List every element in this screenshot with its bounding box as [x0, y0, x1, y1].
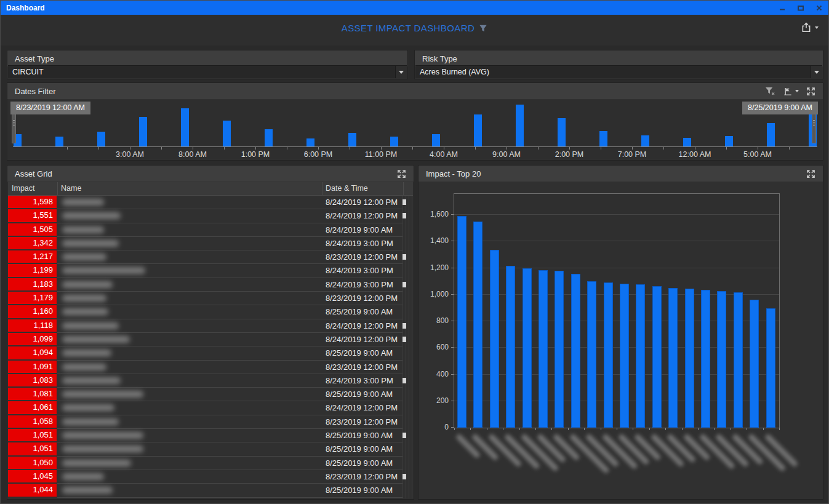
name-redacted-text: [62, 350, 111, 356]
dates-histogram-bar: [725, 136, 733, 146]
dates-range-selector[interactable]: 8/23/2019 12:00 AM 8/25/2019 9:00 AM 3:0…: [8, 100, 822, 159]
chart-bar[interactable]: [555, 271, 564, 428]
table-row[interactable]: 1,0618/24/2019 12:00 PM: [8, 401, 413, 415]
table-row[interactable]: 1,0998/24/2019 12:00 PM: [8, 333, 413, 346]
table-row[interactable]: 1,2178/23/2019 12:00 PM: [8, 250, 413, 264]
asset-type-caret[interactable]: [395, 66, 407, 78]
x-axis-tick: [487, 428, 487, 430]
column-impact[interactable]: Impact: [12, 184, 35, 193]
chart-bar[interactable]: [506, 266, 515, 428]
y-axis-label: 1,400: [419, 236, 449, 245]
table-row[interactable]: 1,1838/24/2019 3:00 PM: [8, 278, 413, 292]
impact-chart-header: Impact - Top 20: [419, 166, 823, 182]
datetime-cell: 8/23/2019 12:00 PM: [322, 250, 402, 264]
table-row[interactable]: 1,0918/23/2019 12:00 PM: [8, 361, 413, 374]
column-name[interactable]: Name: [61, 184, 81, 193]
asset-type-panel: Asset Type CIRCUIT: [7, 50, 408, 79]
chart-bar[interactable]: [457, 216, 467, 428]
chart-gridline: [454, 321, 779, 321]
table-row[interactable]: 1,5058/24/2019 9:00 AM: [8, 223, 413, 237]
filter-icon[interactable]: [479, 24, 487, 33]
chart-bar[interactable]: [620, 284, 629, 428]
chart-bar[interactable]: [490, 250, 499, 428]
chart-bar[interactable]: [766, 308, 775, 428]
chart-bar[interactable]: [717, 291, 726, 428]
risk-type-caret[interactable]: [811, 66, 822, 78]
table-row[interactable]: 1,5518/24/2019 12:00 PM: [8, 209, 413, 223]
datetime-cell: 8/25/2019 9:00 AM: [322, 305, 402, 319]
table-row[interactable]: 1,1998/24/2019 3:00 PM: [8, 264, 413, 278]
risk-type-select[interactable]: Acres Burned (AVG): [415, 65, 822, 78]
dates-expand-icon[interactable]: [806, 87, 815, 96]
clear-filter-icon[interactable]: [765, 87, 775, 96]
asset-type-header: Asset Type: [7, 50, 407, 66]
scrollbar-marker: [402, 254, 406, 260]
table-row[interactable]: 1,3428/24/2019 3:00 PM: [8, 237, 413, 250]
table-row[interactable]: 1,0588/23/2019 12:00 PM: [8, 415, 413, 429]
export-icon: [801, 22, 812, 33]
table-row[interactable]: 1,5988/24/2019 12:00 PM: [8, 196, 413, 209]
chart-bar[interactable]: [668, 288, 678, 428]
chart-bar[interactable]: [571, 274, 580, 428]
dates-axis-tick: [161, 147, 162, 150]
dates-histogram-bar: [265, 129, 273, 146]
asset-grid-header: Asset Grid: [7, 166, 414, 182]
datetime-cell: 8/24/2019 3:00 PM: [322, 237, 402, 250]
chart-gridline: [454, 268, 779, 268]
table-row[interactable]: 1,0818/25/2019 9:00 AM: [8, 388, 413, 401]
interval-options-icon[interactable]: [783, 87, 799, 96]
column-datetime[interactable]: Date & Time: [326, 184, 368, 193]
close-button[interactable]: [810, 1, 828, 15]
minimize-button[interactable]: [773, 1, 791, 15]
datetime-cell: 8/24/2019 12:00 PM: [322, 196, 402, 209]
impact-chart[interactable]: 02004006008001,0001,2001,4001,600: [419, 182, 822, 498]
name-redacted-text: [62, 377, 121, 384]
chart-expand-icon[interactable]: [806, 169, 815, 178]
y-axis-label: 400: [419, 370, 449, 378]
dates-axis-label: 3:00 AM: [116, 150, 144, 159]
chart-bar[interactable]: [734, 292, 743, 428]
dates-axis-tick: [632, 147, 633, 150]
asset-type-select[interactable]: CIRCUIT: [8, 65, 407, 78]
dates-axis-tick: [695, 147, 695, 150]
impact-cell: 1,081: [8, 388, 57, 400]
chart-bar[interactable]: [523, 268, 532, 428]
dates-histogram-bar: [139, 117, 147, 146]
chart-bar[interactable]: [587, 281, 596, 428]
impact-cell: 1,051: [8, 429, 57, 441]
table-row[interactable]: 1,0518/25/2019 9:00 AM: [8, 429, 413, 442]
grid-expand-icon[interactable]: [397, 169, 406, 178]
chart-bar[interactable]: [636, 284, 645, 428]
table-row[interactable]: 1,0448/25/2019 9:00 AM: [8, 484, 413, 497]
table-row[interactable]: 1,0838/24/2019 3:00 PM: [8, 374, 413, 388]
chart-bar[interactable]: [604, 282, 613, 428]
chart-bar[interactable]: [539, 270, 548, 428]
table-row[interactable]: 1,1798/23/2019 12:00 PM: [8, 292, 413, 305]
scrollbar-marker: [402, 282, 406, 287]
table-row[interactable]: 1,0518/25/2019 9:00 AM: [8, 442, 413, 456]
asset-type-value: CIRCUIT: [12, 68, 44, 76]
dates-axis-label: 1:00 PM: [241, 150, 270, 159]
export-button[interactable]: [801, 22, 819, 33]
y-axis-tick: [451, 241, 454, 241]
chart-gridline: [454, 347, 779, 348]
chart-bar[interactable]: [685, 289, 694, 428]
dates-axis-tick: [789, 147, 790, 150]
table-row[interactable]: 1,0948/25/2019 9:00 AM: [8, 346, 413, 360]
chart-bar[interactable]: [473, 222, 483, 428]
chart-bar[interactable]: [652, 286, 662, 428]
chart-gridline: [454, 241, 779, 241]
chart-bar[interactable]: [750, 300, 759, 428]
table-row[interactable]: 1,0458/23/2019 12:00 PM: [8, 470, 413, 484]
grid-scrollbar[interactable]: [402, 196, 414, 498]
chart-plot-area: [454, 193, 780, 428]
datetime-cell: 8/24/2019 3:00 PM: [322, 374, 402, 388]
table-row[interactable]: 1,0508/25/2019 9:00 AM: [8, 457, 413, 470]
chart-bar[interactable]: [701, 290, 710, 428]
table-row[interactable]: 1,1608/25/2019 9:00 AM: [8, 305, 413, 319]
asset-grid-panel: Asset Grid Impact Name Date & Time 1,598…: [7, 165, 414, 500]
maximize-button[interactable]: [791, 1, 810, 15]
x-axis-label-redacted: [618, 433, 650, 465]
asset-type-label: Asset Type: [15, 54, 54, 63]
table-row[interactable]: 1,1188/24/2019 12:00 PM: [8, 319, 413, 333]
